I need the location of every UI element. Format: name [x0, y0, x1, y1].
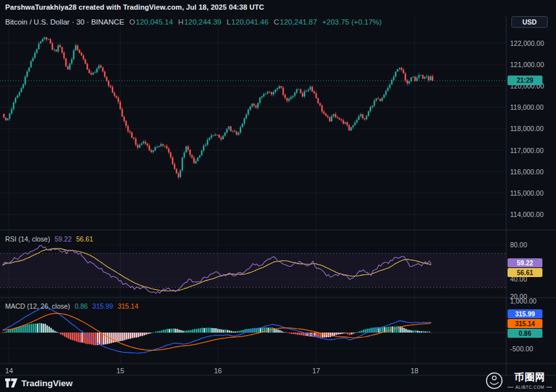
ohlc-close: C120,241.87	[273, 18, 317, 26]
ohlc-values: O120,045.14H120,244.39L120,041.46C120,24…	[129, 18, 317, 26]
macd-hist-axis-badge: 0.86	[508, 329, 542, 338]
macd-line-value: 315.99	[92, 302, 113, 310]
rsi-title: RSI (14, close)	[5, 235, 50, 243]
price-axis-label: 121,000.00	[510, 61, 544, 68]
price-axis-label: 117,000.00	[510, 147, 544, 154]
price-axis-label: 116,000.00	[510, 168, 544, 176]
watermark-subtitle: ALIBTC.COM	[508, 385, 552, 389]
price-axis-label: 115,000.00	[510, 189, 544, 197]
ohlc-low: L120,041.46	[226, 18, 268, 26]
tradingview-branding[interactable]: TradingView	[5, 378, 72, 388]
currency-usd-button[interactable]: USD	[511, 16, 548, 28]
tradingview-logo-icon	[5, 378, 17, 388]
tradingview-wordmark: TradingView	[21, 378, 72, 388]
price-axis-label: 119,000.00	[510, 103, 544, 111]
time-axis-label: 17	[312, 367, 320, 375]
chart-canvas[interactable]	[0, 0, 556, 392]
price-axis-label: 114,000.00	[510, 211, 544, 218]
coin-hand-logo-icon	[486, 372, 503, 389]
macd-signal-axis-badge: 315.14	[508, 319, 542, 328]
watermark-title: 币圈网	[515, 371, 546, 384]
time-axis-label: 14	[5, 367, 13, 375]
time-axis-label: 15	[116, 367, 124, 375]
time-axis-label: 16	[214, 367, 222, 375]
price-axis-label: 122,000.00	[510, 39, 544, 47]
time-axis[interactable]	[0, 364, 506, 376]
macd-axis-label: 1,000.00	[510, 297, 537, 305]
time-axis-label: 18	[411, 367, 418, 375]
bar-countdown-badge: 21:29	[508, 76, 542, 85]
macd-legend[interactable]: MACD (12, 26, close) 0.86 315.99 315.14	[5, 302, 138, 310]
macd-signal-value: 315.14	[118, 302, 138, 310]
price-change: +203.75 (+0.17%)	[322, 18, 381, 26]
rsi-ma-axis-badge: 56.61	[508, 268, 542, 277]
macd-hist-value: 0.86	[74, 302, 87, 310]
rsi-axis-label: 80.00	[510, 241, 527, 249]
macd-axis-label: -500.00	[510, 345, 533, 353]
ohlc-high: H120,244.39	[178, 18, 222, 26]
ohlc-open: O120,045.14	[129, 18, 173, 26]
macd-axis-badge: 315.99	[508, 309, 542, 318]
rsi-value: 59.22	[54, 235, 71, 243]
symbol-title: Bitcoin / U.S. Dollar · 30 · BINANCE	[5, 18, 124, 26]
symbol-legend[interactable]: Bitcoin / U.S. Dollar · 30 · BINANCE O12…	[5, 18, 381, 26]
rsi-legend[interactable]: RSI (14, close) 59.22 56.61	[5, 235, 93, 243]
price-axis-label: 118,000.00	[510, 125, 544, 132]
attribution-text: ParshwaTurakhiya28 created with TradingV…	[5, 3, 264, 11]
rsi-axis-badge: 59.22	[508, 258, 542, 267]
tradingview-chart-window: ParshwaTurakhiya28 created with TradingV…	[0, 0, 556, 392]
macd-title: MACD (12, 26, close)	[5, 302, 70, 310]
rsi-ma-value: 56.61	[76, 235, 93, 243]
watermark: 币圈网 ALIBTC.COM	[486, 371, 552, 389]
